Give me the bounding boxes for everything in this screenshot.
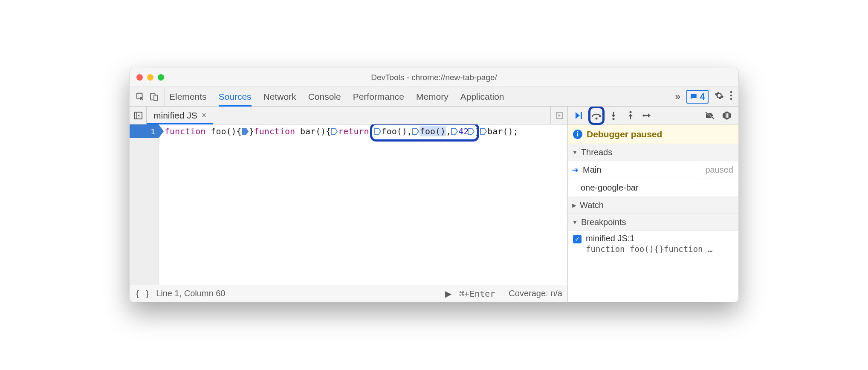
execution-line-marker-icon xyxy=(159,124,164,138)
threads-label: Threads xyxy=(581,147,612,157)
code-line-1: 1 function foo(){}function bar(){return … xyxy=(130,124,567,138)
issues-icon xyxy=(690,93,697,101)
token: , xyxy=(446,126,451,136)
code-content[interactable]: function foo(){}function bar(){return fo… xyxy=(164,126,518,136)
coverage-status[interactable]: Coverage: n/a xyxy=(509,289,562,298)
step-out-button[interactable] xyxy=(622,108,639,123)
breakpoints-label: Breakpoints xyxy=(581,217,626,227)
devtools-window: DevTools - chrome://new-tab-page/ Elemen… xyxy=(129,68,739,302)
gutter-background xyxy=(130,138,159,285)
resume-button[interactable] xyxy=(571,108,587,123)
step-button[interactable] xyxy=(639,108,656,123)
pause-on-exceptions-button[interactable] xyxy=(719,108,735,123)
inline-breakpoint-icon[interactable] xyxy=(480,127,487,136)
file-tab-bar: minified JS × xyxy=(130,107,567,124)
file-tab-minified-js[interactable]: minified JS × xyxy=(147,107,213,124)
svg-point-3 xyxy=(730,91,732,92)
code-editor[interactable]: 1 function foo(){}function bar(){return … xyxy=(130,124,567,285)
breakpoints-section-header[interactable]: ▼ Breakpoints xyxy=(568,214,738,231)
sources-editor-pane: minified JS × 1 function foo(){}function… xyxy=(130,107,568,302)
token: foo() xyxy=(382,126,407,136)
tab-memory[interactable]: Memory xyxy=(416,87,448,106)
tab-performance[interactable]: Performance xyxy=(353,87,404,106)
pretty-print-icon[interactable]: { } xyxy=(135,289,150,299)
inline-breakpoint-icon[interactable] xyxy=(468,127,475,136)
cursor-position: Line 1, Column 60 xyxy=(156,289,225,298)
svg-point-10 xyxy=(613,118,615,120)
svg-point-12 xyxy=(643,114,645,116)
issues-count: 4 xyxy=(700,91,705,102)
tab-network[interactable]: Network xyxy=(263,87,296,106)
thread-main-label: Main xyxy=(583,165,601,175)
number-literal: 42 xyxy=(458,126,469,136)
debugger-controls xyxy=(568,107,738,124)
breakpoint-checkbox[interactable]: ✓ xyxy=(573,235,582,243)
window-title: DevTools - chrome://new-tab-page/ xyxy=(130,73,738,82)
thread-one-google-bar[interactable]: one-google-bar xyxy=(568,179,738,197)
token: bar(); xyxy=(487,126,518,136)
disclosure-triangle-icon: ▼ xyxy=(572,149,578,156)
keyword: return xyxy=(338,126,369,136)
tab-elements[interactable]: Elements xyxy=(169,87,207,106)
svg-point-9 xyxy=(596,117,598,119)
inspect-element-icon[interactable] xyxy=(135,91,146,102)
inline-breakpoint-active-icon[interactable] xyxy=(242,127,249,136)
disclosure-triangle-icon: ▶ xyxy=(572,202,576,208)
token: , xyxy=(407,126,412,136)
main-area: minified JS × 1 function foo(){}function… xyxy=(130,107,738,302)
tab-application[interactable]: Application xyxy=(460,87,504,106)
step-over-button[interactable] xyxy=(588,108,605,123)
thread-ogb-label: one-google-bar xyxy=(581,183,639,193)
line-number[interactable]: 1 xyxy=(130,124,159,138)
svg-rect-14 xyxy=(727,113,729,118)
token-selected: foo() xyxy=(420,126,446,136)
thread-main-state: paused xyxy=(705,165,733,175)
svg-rect-13 xyxy=(726,113,727,118)
watch-label: Watch xyxy=(580,200,604,210)
close-window-button[interactable] xyxy=(136,74,143,81)
deactivate-breakpoints-button[interactable] xyxy=(702,108,718,123)
keyword: function xyxy=(165,126,205,136)
kebab-menu-icon[interactable] xyxy=(730,91,732,103)
more-tabs-button[interactable]: » xyxy=(675,91,680,102)
inline-breakpoint-icon[interactable] xyxy=(451,127,458,136)
highlighted-step-targets: foo(),foo(),42 xyxy=(374,126,475,136)
device-toolbar-icon[interactable] xyxy=(148,91,159,102)
inline-breakpoint-icon[interactable] xyxy=(374,127,382,136)
svg-point-5 xyxy=(730,98,732,99)
disclosure-triangle-icon: ▼ xyxy=(572,219,578,225)
svg-rect-2 xyxy=(154,95,157,101)
svg-rect-8 xyxy=(581,112,582,119)
debugger-paused-label: Debugger paused xyxy=(587,129,662,139)
token: bar(){ xyxy=(295,126,331,136)
tab-console[interactable]: Console xyxy=(308,87,341,106)
threads-section-header[interactable]: ▼ Threads xyxy=(568,144,738,161)
thread-main[interactable]: ➔ Main paused xyxy=(568,161,738,179)
breakpoint-item[interactable]: ✓ minified JS:1 function foo(){}function… xyxy=(568,231,738,258)
watch-section-header[interactable]: ▶ Watch xyxy=(568,197,738,214)
token: } xyxy=(475,126,480,136)
settings-icon[interactable] xyxy=(715,91,724,103)
zoom-window-button[interactable] xyxy=(158,74,164,81)
run-icon: ▶ xyxy=(445,289,451,299)
panel-tabs: Elements Sources Network Console Perform… xyxy=(165,87,669,106)
file-tab-label: minified JS xyxy=(153,110,197,121)
window-controls xyxy=(130,74,164,81)
minimize-window-button[interactable] xyxy=(147,74,153,81)
inline-breakpoint-icon[interactable] xyxy=(331,127,338,136)
panel-toolbar: Elements Sources Network Console Perform… xyxy=(130,87,738,107)
close-file-tab-icon[interactable]: × xyxy=(202,110,207,120)
run-snippet-icon[interactable] xyxy=(550,107,567,124)
svg-point-11 xyxy=(630,111,632,113)
svg-point-4 xyxy=(730,94,732,96)
navigator-toggle-icon[interactable] xyxy=(130,107,147,124)
current-thread-icon: ➔ xyxy=(572,165,579,175)
inline-breakpoint-icon[interactable] xyxy=(412,127,420,136)
token: } xyxy=(249,126,254,136)
run-shortcut-hint: ⌘+Enter xyxy=(459,289,495,299)
tab-sources[interactable]: Sources xyxy=(219,87,252,106)
issues-counter[interactable]: 4 xyxy=(686,90,709,104)
info-icon: i xyxy=(573,130,582,139)
keyword: function xyxy=(254,126,295,136)
step-into-button[interactable] xyxy=(605,108,622,123)
